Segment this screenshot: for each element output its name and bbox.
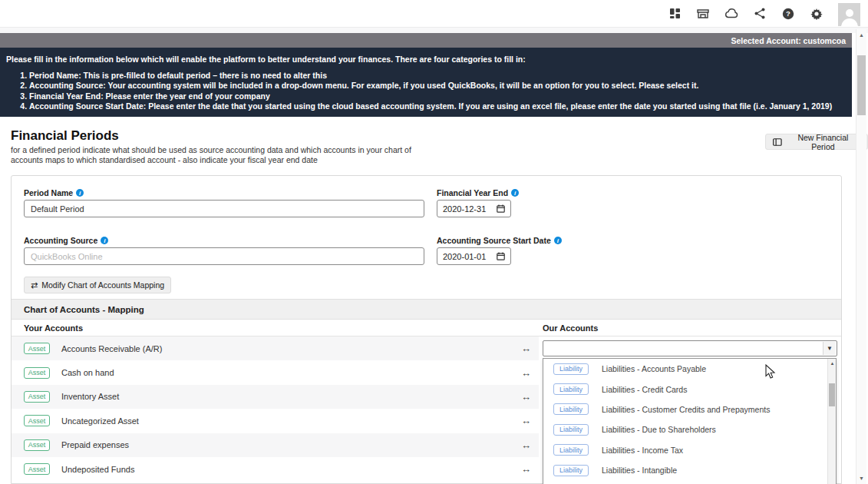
asset-badge: Asset [24,463,50,475]
accounting-source-start-date-label: Accounting Source Start Date i [437,236,562,245]
map-arrow-icon: ↔ [521,439,531,451]
instruction-item: Period Name: This is pre-filled to defau… [29,71,844,80]
asset-badge: Asset [24,367,50,379]
info-icon[interactable]: i [511,189,519,197]
cloud-icon[interactable] [724,7,738,21]
app-window: ? Selected Account: customcoa Please fil… [0,0,868,484]
map-arrow-icon: ↔ [521,463,531,475]
scrollbar-thumb[interactable] [829,383,835,406]
instructions-panel: Please fill in the information below whi… [0,48,852,117]
scroll-down-icon[interactable]: ▼ [856,473,866,483]
table-row[interactable]: Asset Inventory Asset ↔ [12,385,539,409]
instruction-item: Financial Year End: Please enter the yea… [29,91,844,101]
instruction-item: Accounting Source Start Date: Please ent… [29,101,844,111]
liability-badge: Liability [553,363,589,375]
page-subtitle: for a defined period indicate what shoul… [11,145,441,165]
asset-badge: Asset [24,343,50,354]
info-icon[interactable]: i [554,237,562,244]
instruction-item: Accounting Source: Your accounting syste… [29,81,844,90]
coa-mapping-title: Chart of Accounts - Mapping [24,305,144,314]
dropdown-option[interactable]: Liability Liabilities - Intangible [543,460,836,480]
mouse-cursor [765,364,776,383]
asset-badge: Asset [24,415,50,426]
calendar-icon [497,204,505,213]
help-glyph: ? [786,9,790,18]
dropdown-option[interactable]: Liability Liabilities - Income Tax [543,440,836,460]
chevron-down-icon[interactable]: ▼ [823,342,836,355]
scroll-up-icon[interactable]: ▲ [828,359,837,367]
our-accounts-dropdown: Liability Liabilities - Accounts Payable… [543,358,837,484]
account-name: Inventory Asset [61,392,119,401]
top-toolbar: ? [0,0,868,27]
your-accounts-header: Your Accounts [24,323,83,333]
financial-period-card: Period Name i Financial Year End i 2020-… [11,175,842,484]
liability-badge: Liability [553,383,589,395]
swap-arrows-icon: ⇄ [31,280,38,290]
period-name-label: Period Name i [24,188,84,197]
new-financial-period-label: New Financial Period [786,133,860,151]
table-row[interactable]: Asset Undeposited Funds ↔ [12,457,539,481]
option-label: Liabilities - Accounts Payable [602,364,706,373]
bank-icon[interactable] [696,7,710,21]
settings-icon[interactable] [810,7,823,21]
table-row[interactable]: Asset Prepaid expenses ↔ [12,433,539,457]
liability-badge: Liability [553,444,589,456]
dropdown-option[interactable]: Liability Liabilities - Customer Credits… [543,399,836,419]
info-icon[interactable]: i [76,189,84,197]
selected-account-label: Selected Account: customcoa [731,36,846,45]
financial-year-end-label: Financial Year End i [437,188,519,197]
asset-badge: Asset [24,439,50,451]
liability-badge: Liability [553,424,589,436]
modify-coa-mapping-button[interactable]: ⇄ Modify Chart of Accounts Mapping [24,277,171,293]
account-name: Cash on hand [61,368,114,377]
scroll-up-icon[interactable]: ▲ [856,30,866,40]
account-name: Prepaid expenses [61,440,129,449]
option-label: Liabilities - Credit Cards [602,385,687,394]
our-accounts-combobox[interactable]: ▼ [543,340,837,356]
dropdown-option[interactable]: Liability Liabilities - Accounts Payable [543,359,836,379]
accounting-source-label: Accounting Source i [24,236,108,245]
option-label: Liabilities - Income Tax [602,446,683,455]
account-name: Accounts Receivable (A/R) [61,344,162,353]
dropdown-option[interactable]: Liability Liabilities - Due to Sharehold… [543,419,836,439]
account-name: Undeposited Funds [61,465,134,474]
map-arrow-icon: ↔ [521,391,531,403]
coa-mapping-header: Chart of Accounts - Mapping [12,299,841,320]
liability-badge: Liability [553,465,589,476]
option-label: Liabilities - Intangible [602,466,677,475]
modify-coa-mapping-label: Modify Chart of Accounts Mapping [41,280,164,290]
help-icon[interactable]: ? [781,7,795,21]
info-icon[interactable]: i [101,237,108,244]
liability-badge: Liability [553,403,589,415]
accounting-source-input[interactable] [24,247,424,265]
table-row[interactable]: Asset Uncategorized Asset ↔ [12,409,539,433]
accounting-source-start-date-input[interactable]: 2020-01-01 [437,247,511,265]
new-financial-period-button[interactable]: New Financial Period [765,134,868,150]
selected-account-bar: Selected Account: customcoa [0,33,852,48]
page-scrollbar[interactable]: ▲ ▼ [856,29,866,484]
share-icon[interactable] [753,7,767,21]
your-accounts-list: Asset Accounts Receivable (A/R) ↔ Asset … [12,336,539,481]
page-top-strip [0,27,868,33]
scrollbar-thumb[interactable] [857,55,866,115]
our-accounts-header: Our Accounts [543,323,598,333]
dropdown-scrollbar[interactable]: ▲ [827,359,836,484]
period-name-input[interactable] [24,200,424,217]
page-title: Financial Periods [11,128,119,144]
card-icon [773,138,782,146]
map-arrow-icon: ↔ [521,415,531,426]
dropdown-option[interactable]: Liability Liabilities - Credit Cards [543,379,836,399]
asset-badge: Asset [24,391,50,403]
table-row[interactable]: Asset Cash on hand ↔ [12,360,539,384]
calendar-icon [497,252,505,260]
instructions-intro: Please fill in the information below whi… [6,55,844,64]
option-label: Liabilities - Customer Credits and Prepa… [602,405,770,414]
financial-year-end-input[interactable]: 2020-12-31 [437,200,511,217]
option-label: Liabilities - Due to Shareholders [602,425,716,434]
user-avatar[interactable] [838,3,860,26]
apps-icon[interactable] [668,7,682,21]
map-arrow-icon: ↔ [521,343,531,354]
table-row[interactable]: Asset Accounts Receivable (A/R) ↔ [12,336,539,360]
account-name: Uncategorized Asset [61,416,139,426]
map-arrow-icon: ↔ [521,367,531,379]
